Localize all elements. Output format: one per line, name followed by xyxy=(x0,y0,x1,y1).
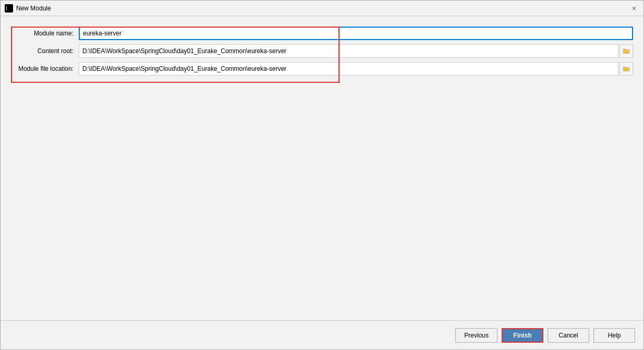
previous-button[interactable]: Previous xyxy=(455,328,497,343)
finish-button[interactable]: Finish xyxy=(502,328,543,343)
svg-text:I: I xyxy=(6,6,7,11)
module-file-location-row: Module file location: xyxy=(11,62,633,76)
module-name-input[interactable] xyxy=(79,27,633,40)
folder-icon-2 xyxy=(623,66,630,72)
content-root-label: Content root: xyxy=(11,47,79,55)
dialog-content: Module name: Content root: xyxy=(1,16,643,320)
dialog-title: New Module xyxy=(16,5,51,12)
close-button[interactable]: × xyxy=(629,3,639,14)
module-name-label: Module name: xyxy=(11,30,79,37)
content-root-browse-button[interactable] xyxy=(619,44,633,58)
form-area: Module name: Content root: xyxy=(11,27,633,76)
module-file-browse-button[interactable] xyxy=(619,62,633,76)
cancel-button[interactable]: Cancel xyxy=(548,328,589,343)
title-bar: I New Module × xyxy=(1,1,643,16)
help-button[interactable]: Help xyxy=(593,328,635,343)
module-file-input-wrapper xyxy=(79,62,633,76)
new-module-dialog: I New Module × Module name: xyxy=(0,0,644,350)
module-file-location-label: Module file location: xyxy=(11,65,79,72)
module-name-row: Module name: xyxy=(11,27,633,40)
dialog-icon: I xyxy=(5,4,13,12)
module-name-input-wrapper xyxy=(79,27,633,40)
dialog-footer: Previous Finish Cancel Help xyxy=(1,320,643,349)
content-root-input[interactable] xyxy=(79,44,618,58)
folder-icon xyxy=(623,48,630,54)
dialog-wrapper: I New Module × Module name: xyxy=(0,0,644,350)
title-bar-left: I New Module xyxy=(5,4,51,12)
module-file-location-input[interactable] xyxy=(79,62,618,76)
content-root-row: Content root: xyxy=(11,44,633,58)
content-root-input-wrapper xyxy=(79,44,633,58)
